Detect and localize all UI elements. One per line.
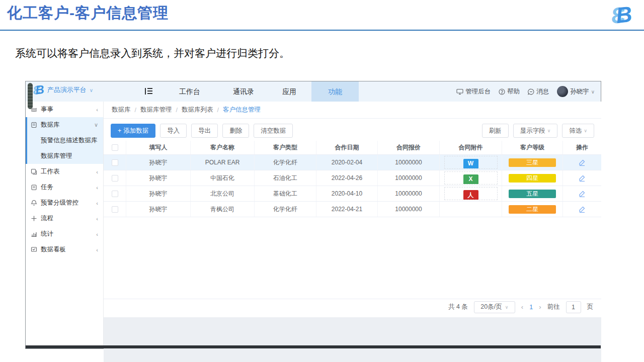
column-header[interactable]: 客户类型 <box>255 141 316 154</box>
column-header[interactable]: 合作日期 <box>316 141 378 154</box>
prev-page-button[interactable]: ‹ <box>521 303 523 311</box>
table-header: 填写人 客户名称 客户类型 合作日期 合同报价 合同附件 客户等级 操作 <box>104 141 601 155</box>
sidebar-item-warning-control[interactable]: 预警分级管控 ‹ <box>26 195 103 211</box>
sidebar: 事事 ‹ 数据库 ∨ 预警信息描述数据库 数据库管理 工作表 ‹ 任务 ‹ 预警… <box>26 102 104 346</box>
grade-badge: 二星 <box>509 205 556 214</box>
slide-description: 系统可以将客户信息录入到系统，并对客户进行归类打分。 <box>15 46 290 60</box>
total-count: 共 4 条 <box>448 303 468 311</box>
breadcrumb: 数据库 / 数据库管理 / 数据库列表 / 客户信息管理 <box>104 102 601 119</box>
goto-label: 前往 <box>547 303 560 311</box>
chevron-down-icon: ∨ <box>547 128 551 133</box>
chevron-left-icon: ‹ <box>96 216 98 222</box>
sidebar-item-tasks[interactable]: 任务 ‹ <box>26 179 103 195</box>
collapse-menu-icon[interactable] <box>145 88 152 95</box>
delete-button[interactable]: 删除 <box>222 124 249 138</box>
user-menu[interactable]: 孙晓宇 ∨ <box>557 86 595 97</box>
breadcrumb-item[interactable]: 数据库管理 <box>140 106 172 114</box>
clear-data-button[interactable]: 清空数据 <box>254 124 293 138</box>
filter-button[interactable]: 筛选 ∨ <box>562 124 594 138</box>
sidebar-item-flow[interactable]: 流程 ‹ <box>26 211 103 226</box>
chevron-left-icon: ‹ <box>96 107 98 113</box>
brand-name: 产品演示平台 <box>47 85 87 95</box>
company-logo: ƐB <box>610 3 633 27</box>
page-title: 化工客户-客户信息管理 <box>7 3 169 24</box>
sidebar-item-worksheet[interactable]: 工作表 ‹ <box>26 164 103 179</box>
app-logo-icon: ƐB <box>32 83 45 97</box>
sidebar-item-warning-info-db[interactable]: 预警信息描述数据库 <box>27 133 103 148</box>
excel-file-icon: X <box>463 174 478 185</box>
column-header[interactable]: 填写人 <box>126 141 191 154</box>
table-toolbar: + 添加数据 导入 导出 删除 清空数据 刷新 显示字段 ∨ 筛选 ∨ <box>104 122 601 140</box>
bell-icon <box>31 200 37 206</box>
select-all-checkbox[interactable] <box>112 144 118 151</box>
row-checkbox[interactable] <box>112 206 118 213</box>
plus-icon: + <box>118 127 121 134</box>
edit-icon[interactable] <box>579 206 586 213</box>
table-row[interactable]: 孙晓宇 POLAR EAR 化学化纤 2020-02-04 10000000 W… <box>104 155 601 170</box>
column-header[interactable]: 操作 <box>563 141 601 154</box>
main-content: 数据库 / 数据库管理 / 数据库列表 / 客户信息管理 + 添加数据 导入 导… <box>104 102 601 346</box>
edit-icon[interactable] <box>579 159 586 166</box>
grade-badge: 三星 <box>509 158 556 167</box>
chat-bubble-icon <box>528 88 534 95</box>
drag-handle[interactable] <box>28 83 33 109</box>
avatar <box>557 86 568 97</box>
chevron-down-icon: ∨ <box>584 128 587 133</box>
row-checkbox[interactable] <box>112 159 118 166</box>
content-footer-area <box>104 317 601 362</box>
sidebar-item-statistics[interactable]: 统计 ‹ <box>26 226 103 242</box>
edit-icon[interactable] <box>579 190 586 197</box>
row-checkbox[interactable] <box>112 175 118 182</box>
show-fields-button[interactable]: 显示字段 ∨ <box>513 124 558 138</box>
table-row[interactable]: 孙晓宇 青枫公司 化学化纤 2022-04-21 10000000 二星 <box>104 202 601 217</box>
column-header[interactable]: 客户等级 <box>502 141 563 154</box>
import-button[interactable]: 导入 <box>160 124 187 138</box>
database-icon <box>31 122 37 128</box>
table-row[interactable]: 孙晓宇 北京公司 基础化工 2020-04-10 10000000 人 五星 <box>104 186 601 202</box>
current-page[interactable]: 1 <box>529 304 533 311</box>
pdf-file-icon: 人 <box>463 190 478 200</box>
refresh-button[interactable]: 刷新 <box>482 124 509 138</box>
chevron-left-icon: ‹ <box>96 200 98 206</box>
chevron-left-icon: ‹ <box>96 247 98 253</box>
row-checkbox[interactable] <box>112 191 118 197</box>
breadcrumb-item-current: 客户信息管理 <box>223 106 261 114</box>
grade-badge: 五星 <box>509 190 556 198</box>
edit-icon[interactable] <box>579 174 586 182</box>
breadcrumb-item[interactable]: 数据库 <box>112 106 131 114</box>
task-icon <box>31 184 37 191</box>
tab-features[interactable]: 功能 <box>311 81 359 102</box>
page-size-select[interactable]: 20条/页 ∨ <box>474 301 515 313</box>
chevron-down-icon: ∨ <box>505 305 509 310</box>
chevron-left-icon: ‹ <box>96 185 98 191</box>
sidebar-group-database: 数据库 ∨ 预警信息描述数据库 数据库管理 <box>26 117 103 164</box>
column-header[interactable]: 合同附件 <box>440 141 502 154</box>
column-header[interactable]: 合同报价 <box>378 141 440 154</box>
attachment-thumbnail[interactable]: W <box>444 156 498 169</box>
add-data-button[interactable]: + 添加数据 <box>111 124 155 138</box>
goto-page-input[interactable] <box>566 301 581 313</box>
app-brand[interactable]: ƐB 产品演示平台 ∨ <box>33 84 93 96</box>
tab-workbench[interactable]: 工作台 <box>179 81 200 102</box>
column-header[interactable]: 客户名称 <box>191 141 255 154</box>
chevron-left-icon: ‹ <box>96 169 98 175</box>
title-divider <box>0 30 644 31</box>
tab-contacts[interactable]: 通讯录 <box>233 81 254 102</box>
sidebar-item-database[interactable]: 数据库 ∨ <box>27 117 103 133</box>
next-page-button[interactable]: › <box>539 303 541 311</box>
sidebar-item-shishi[interactable]: 事事 ‹ <box>26 102 103 117</box>
admin-console-link[interactable]: 管理后台 <box>456 87 491 96</box>
breadcrumb-item[interactable]: 数据库列表 <box>182 106 213 114</box>
app-window: ƐB 产品演示平台 ∨ 工作台 通讯录 应用 功能 管理后台 帮助 消息 <box>25 81 601 349</box>
sidebar-item-data-dashboard[interactable]: 数据看板 ‹ <box>26 242 103 257</box>
export-button[interactable]: 导出 <box>191 124 218 138</box>
attachment-thumbnail[interactable]: 人 <box>444 187 498 200</box>
attachment-thumbnail[interactable]: X <box>444 171 498 185</box>
chevron-left-icon: ‹ <box>96 231 98 237</box>
sidebar-item-database-management[interactable]: 数据库管理 <box>27 148 103 164</box>
table-row[interactable]: 孙晓宇 中国石化 石油化工 2022-04-26 10000000 X 四星 <box>104 170 601 186</box>
messages-link[interactable]: 消息 <box>528 87 549 96</box>
help-link[interactable]: 帮助 <box>499 87 520 96</box>
tab-apps[interactable]: 应用 <box>282 81 296 102</box>
window-bottom-edge <box>26 345 601 348</box>
